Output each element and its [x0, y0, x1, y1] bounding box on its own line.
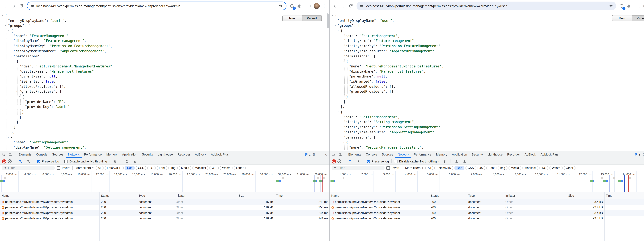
network-request-row[interactable]: {}permissions?providerName=R&providerKey… — [330, 216, 644, 221]
settings-gear-icon[interactable]: ⚙ — [641, 151, 644, 158]
devtools-tab-recorder[interactable]: Recorder — [175, 151, 192, 158]
devtools-tab-elements[interactable]: Elements — [16, 151, 34, 158]
devtools-tab-adblock[interactable]: AdBlock — [192, 151, 208, 158]
filter-input[interactable]: Filter — [332, 166, 384, 170]
devtools-tab-adblock-plus[interactable]: Adblock Plus — [538, 151, 561, 158]
back-button[interactable] — [2, 2, 9, 10]
avatar[interactable] — [644, 3, 644, 9]
browser-menu-icon[interactable]: ⋮ — [321, 4, 328, 8]
raw-button[interactable]: Raw — [282, 15, 302, 21]
devtools-tab-sources[interactable]: Sources — [50, 151, 66, 158]
devtools-tab-memory[interactable]: Memory — [434, 151, 450, 158]
expand-toggle-icon[interactable]: ▾ — [16, 89, 18, 94]
network-request-row[interactable]: {}permissions?providerName=R&providerKey… — [330, 199, 644, 204]
devtools-tab-elements[interactable]: Elements — [346, 151, 364, 158]
devtools-tab-network[interactable]: Network — [66, 151, 82, 158]
avatar[interactable] — [314, 3, 320, 9]
expand-toggle-icon[interactable]: ▾ — [338, 28, 339, 33]
filter-input[interactable]: Filter — [2, 166, 55, 170]
issues-button[interactable] — [633, 151, 639, 158]
filter-pill-fetch-xhr[interactable]: Fetch/XHR — [104, 166, 124, 170]
inspect-element-button[interactable] — [330, 151, 337, 158]
column-header-size[interactable]: Size — [567, 194, 604, 197]
filter-pill-js[interactable]: JS — [148, 166, 156, 170]
filter-pill-font[interactable]: Font — [486, 166, 497, 170]
invert-checkbox[interactable] — [386, 166, 390, 170]
devtools-tab-adblock[interactable]: AdBlock — [522, 151, 538, 158]
filter-pill-ws[interactable]: WS — [539, 166, 548, 170]
expand-toggle-icon[interactable]: ▾ — [343, 140, 344, 145]
column-header-time[interactable]: Time — [604, 194, 644, 197]
network-request-row[interactable]: {}permissions?providerName=R&providerKey… — [0, 204, 330, 210]
import-har-button[interactable] — [454, 158, 460, 164]
filter-pill-all[interactable]: All — [426, 166, 434, 170]
column-header-type[interactable]: Type — [467, 194, 504, 197]
filter-pill-css[interactable]: CSS — [466, 166, 476, 170]
expand-toggle-icon[interactable]: ▾ — [340, 54, 342, 59]
filter-pill-font[interactable]: Font — [156, 166, 167, 170]
network-request-row[interactable]: {}permissions?providerName=R&providerKey… — [0, 199, 330, 204]
filter-pill-img[interactable]: Img — [498, 166, 508, 170]
preserve-log-checkbox[interactable] — [366, 160, 370, 163]
network-overview-timeline[interactable]: 2,000 ms4,000 ms6,000 ms8,000 ms10,000 m… — [0, 171, 330, 192]
devtools-tab-console[interactable]: Console — [34, 151, 50, 158]
column-header-status[interactable]: Status — [100, 194, 137, 197]
expand-toggle-icon[interactable]: ▾ — [334, 23, 336, 28]
filter-pill-ws[interactable]: WS — [210, 166, 219, 170]
devtools-tab-network[interactable]: Network — [396, 151, 412, 158]
column-header-name[interactable]: Name — [330, 194, 429, 197]
network-conditions-button[interactable] — [112, 158, 118, 164]
filter-pill-doc[interactable]: Doc — [454, 166, 464, 170]
devtools-tab-security[interactable]: Security — [140, 151, 156, 158]
devtools-tab-adblock-plus[interactable]: Adblock Plus — [208, 151, 231, 158]
parsed-button[interactable]: Parsed — [302, 15, 322, 21]
filter-pill-fetch-xhr[interactable]: Fetch/XHR — [434, 166, 454, 170]
devtools-tab-application[interactable]: Application — [450, 151, 469, 158]
expand-toggle-icon[interactable]: ▾ — [332, 13, 333, 18]
network-conditions-button[interactable] — [442, 158, 448, 164]
throttling-select[interactable]: No throttling▼ — [90, 160, 110, 163]
search-button[interactable] — [355, 158, 361, 164]
devtools-tab-application[interactable]: Application — [120, 151, 140, 158]
devtools-tab-performance[interactable]: Performance — [82, 151, 104, 158]
expand-toggle-icon[interactable]: ▾ — [343, 59, 344, 64]
column-header-initiator[interactable]: Initiator — [504, 194, 567, 197]
devtools-tab-lighthouse[interactable]: Lighthouse — [155, 151, 175, 158]
devtools-tab-console[interactable]: Console — [364, 151, 380, 158]
expand-toggle-icon[interactable]: ▾ — [5, 23, 6, 28]
forward-button[interactable] — [340, 2, 347, 10]
clear-button[interactable] — [338, 160, 341, 163]
invert-checkbox[interactable] — [57, 166, 60, 170]
filter-toggle-button[interactable] — [17, 158, 24, 164]
filter-pill-css[interactable]: CSS — [136, 166, 146, 170]
preserve-log-checkbox[interactable] — [37, 160, 40, 163]
scrollbar-thumb[interactable] — [327, 14, 329, 28]
column-header-type[interactable]: Type — [137, 194, 174, 197]
expand-toggle-icon[interactable]: ▾ — [2, 13, 3, 18]
filter-pill-all[interactable]: All — [96, 166, 104, 170]
filter-pill-manifest[interactable]: Manifest — [522, 166, 538, 170]
omnibox[interactable]: localhost:44374/api/permission-managemen… — [356, 2, 616, 10]
back-button[interactable] — [332, 2, 339, 10]
expand-toggle-icon[interactable]: ▾ — [10, 54, 12, 59]
devtools-tab-sources[interactable]: Sources — [380, 151, 396, 158]
device-toolbar-button[interactable] — [337, 151, 344, 158]
extensions-puzzle-icon[interactable] — [296, 2, 302, 9]
expand-toggle-icon[interactable]: ▾ — [340, 135, 342, 140]
network-request-row[interactable]: {}permissions?providerName=R&providerKey… — [330, 204, 644, 210]
extension-icon[interactable]: 1 — [288, 2, 295, 9]
export-har-button[interactable] — [132, 158, 138, 164]
column-header-name[interactable]: Name — [0, 194, 100, 197]
filter-pill-manifest[interactable]: Manifest — [192, 166, 208, 170]
playlist-icon[interactable] — [636, 2, 642, 9]
expand-toggle-icon[interactable]: ▾ — [14, 59, 15, 64]
clear-button[interactable] — [8, 160, 12, 163]
more-filters-select[interactable]: More filters▼ — [405, 166, 424, 170]
filter-pill-media[interactable]: Media — [179, 166, 192, 170]
disable-cache-checkbox[interactable] — [394, 160, 398, 163]
record-button[interactable] — [332, 159, 336, 163]
bookmark-star-icon[interactable] — [609, 4, 613, 8]
more-filters-select[interactable]: More filters▼ — [76, 166, 94, 170]
extensions-puzzle-icon[interactable] — [626, 2, 632, 9]
column-header-time[interactable]: Time — [274, 194, 330, 197]
